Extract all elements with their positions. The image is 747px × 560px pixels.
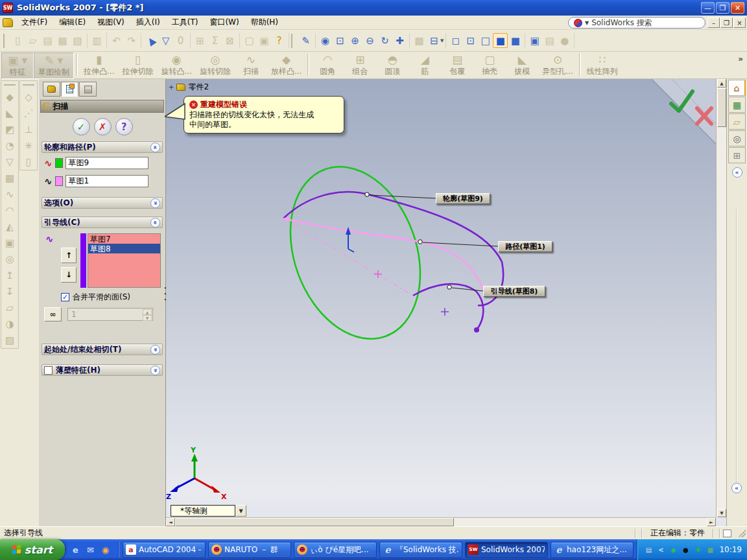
- callout-anchor[interactable]: [447, 285, 451, 289]
- zoom-in-out-icon[interactable]: ⊕: [348, 33, 362, 48]
- menu-h[interactable]: 帮助(H): [245, 15, 284, 30]
- start-button[interactable]: start: [0, 539, 65, 560]
- search-dropdown-icon[interactable]: ▼: [585, 20, 589, 26]
- ok-button[interactable]: ✓: [73, 118, 90, 135]
- selection-filter-icon[interactable]: ▽: [158, 33, 173, 48]
- shadows-in-shaded-icon[interactable]: ▣: [527, 33, 542, 48]
- zoom-to-fit-icon[interactable]: ◉: [318, 33, 333, 48]
- show-sections-button[interactable]: ∞: [44, 307, 62, 321]
- maximize-button[interactable]: ❐: [716, 2, 729, 14]
- zoom-to-area-icon[interactable]: ⊡: [333, 33, 348, 48]
- task-pane-tab-home[interactable]: ⌂: [728, 80, 746, 96]
- guide-curves-listbox[interactable]: 草图7草图8: [88, 233, 161, 288]
- task-pane-collapse-icon[interactable]: «: [732, 167, 742, 178]
- thin-feature-checkbox[interactable]: ✓: [44, 366, 53, 375]
- move-up-button[interactable]: ↑: [61, 248, 77, 263]
- tab-property-manager[interactable]: [61, 82, 78, 97]
- qq-penguin-tray-icon[interactable]: ●: [681, 545, 690, 554]
- section-guide-curves[interactable]: 引导线(C) «: [42, 216, 163, 228]
- callout-path[interactable]: 路径(草图1): [498, 241, 552, 252]
- profile-input[interactable]: 草图9: [65, 157, 148, 169]
- path-input[interactable]: 草图1: [65, 175, 148, 187]
- guide-curve-2[interactable]: [413, 284, 483, 330]
- taskbar-button-5[interactable]: ehao123网址之...: [551, 542, 634, 558]
- scroll-right-icon[interactable]: ►: [707, 518, 716, 526]
- draft-button[interactable]: ◣拔模: [506, 52, 538, 78]
- shaded-icon[interactable]: ■: [508, 33, 523, 48]
- network-tray-icon[interactable]: ▦: [706, 545, 715, 554]
- menu-t[interactable]: 工具(T): [166, 15, 204, 30]
- rib-button[interactable]: ◢筋: [409, 52, 441, 78]
- shaded-with-edges-icon[interactable]: ■: [493, 33, 508, 48]
- edit-color-icon[interactable]: ✎: [298, 33, 313, 48]
- task-pane-tab-palette[interactable]: ⊞: [728, 147, 746, 163]
- internet-explorer-icon[interactable]: e: [70, 544, 81, 555]
- horizontal-scrollbar[interactable]: ◄ ►: [166, 517, 716, 526]
- sw-flyout-icon[interactable]: [3, 18, 13, 27]
- profile-ellipse[interactable]: [268, 148, 443, 357]
- combine-button[interactable]: ⊞组合: [344, 52, 376, 78]
- feature-tree-root[interactable]: + 零件2: [169, 82, 209, 93]
- expand-section-icon[interactable]: «: [150, 198, 160, 208]
- move-down-button[interactable]: ↓: [61, 267, 77, 283]
- hole-wizard-button[interactable]: ⊙异型孔...: [538, 52, 576, 78]
- callout-anchor[interactable]: [418, 240, 422, 244]
- sketch-button[interactable]: ✎ ▾草图绘制: [34, 52, 74, 79]
- taskbar-button-1[interactable]: ☻NARUTO － 群: [208, 542, 291, 558]
- title-bar[interactable]: SW SolidWorks 2007 - [零件2 *] — ❐ ✕: [0, 0, 747, 16]
- scrollbar-thumb[interactable]: [717, 88, 726, 127]
- task-pane-tab-file-explorer[interactable]: ▱: [728, 113, 746, 130]
- toolbar-grip[interactable]: [23, 84, 34, 87]
- zoom-to-selection-icon[interactable]: ⊖: [362, 33, 377, 48]
- model-view[interactable]: Y X Z: [166, 79, 726, 526]
- features-button[interactable]: ▣ ▾特征: [1, 52, 34, 79]
- media-player-icon[interactable]: ◉: [100, 544, 111, 555]
- expand-section-icon[interactable]: «: [150, 366, 160, 375]
- menu-i[interactable]: 插入(I): [130, 15, 166, 30]
- antivirus-shield-tray-icon[interactable]: ◆: [669, 545, 678, 554]
- revolved-boss-button[interactable]: ◉旋转凸...: [157, 52, 195, 78]
- help-button[interactable]: ?: [115, 118, 133, 135]
- pan-icon[interactable]: ✚: [392, 33, 407, 48]
- expand-section-icon[interactable]: «: [150, 345, 160, 355]
- curve-endpoint[interactable]: [474, 327, 479, 332]
- task-pane-tab-search[interactable]: ◎: [728, 130, 746, 146]
- collapse-section-icon[interactable]: «: [150, 218, 160, 228]
- tree-expand-icon[interactable]: +: [169, 84, 174, 91]
- resize-grip[interactable]: [738, 530, 746, 537]
- linear-pattern-button[interactable]: ∷线性阵列: [583, 52, 622, 78]
- collapse-chevron-tray-icon[interactable]: <: [656, 545, 665, 554]
- hidden-lines-visible-icon[interactable]: ⊡: [463, 33, 478, 48]
- view-orientation-box[interactable]: *等轴测 ▼: [171, 505, 246, 517]
- hidden-lines-removed-icon[interactable]: □: [478, 33, 493, 48]
- callout-anchor[interactable]: [365, 192, 369, 196]
- tab-feature-manager[interactable]: [43, 82, 60, 97]
- taskbar-button-4[interactable]: SWSolidWorks 2007 ...: [465, 542, 548, 558]
- section-options[interactable]: 选项(O) «: [42, 197, 163, 209]
- taskbar-button-0[interactable]: aAutoCAD 2004 - ...: [123, 542, 206, 558]
- guide-list-item[interactable]: 草图8: [88, 244, 160, 253]
- document-minimize-button[interactable]: –: [707, 18, 720, 28]
- toolbar-grip[interactable]: [4, 84, 16, 87]
- section-thin-feature[interactable]: ✓ 薄壁特征(H) «: [42, 364, 163, 376]
- document-restore-button[interactable]: ❐: [720, 18, 733, 28]
- section-profile-and-path[interactable]: 轮廓和路径(P) «: [42, 141, 163, 153]
- scroll-down-icon[interactable]: ▼: [717, 509, 726, 517]
- mail-icon[interactable]: ✉: [85, 544, 96, 555]
- menu-e[interactable]: 编辑(E): [53, 15, 91, 30]
- menu-v[interactable]: 视图(V): [91, 15, 130, 30]
- task-pane-collapse-icon-bottom[interactable]: «: [731, 483, 742, 493]
- close-button[interactable]: ✕: [731, 2, 744, 14]
- scrollbar-thumb[interactable]: [175, 518, 454, 526]
- dome-button[interactable]: ◓圆顶: [376, 52, 409, 78]
- rotate-view-icon[interactable]: ↻: [377, 33, 392, 48]
- solidworks-search-box[interactable]: ▼ SolidWorks 搜索: [568, 17, 706, 29]
- graphics-area[interactable]: Y X Z + 零件2 ✕ 重建模型错误 扫描路径的切线变化太快，无法生成 中间…: [166, 79, 726, 526]
- taskbar-button-2[interactable]: ☻ぃò ぴé星期吧...: [294, 542, 377, 558]
- menu-w[interactable]: 窗口(W): [204, 15, 244, 30]
- fillet-button[interactable]: ◠圆角: [311, 52, 344, 78]
- task-pane-tab-design-library[interactable]: ▦: [728, 97, 746, 113]
- updater-tray-icon[interactable]: ✚: [693, 545, 702, 554]
- menu-f[interactable]: 文件(F): [16, 15, 53, 30]
- toolbar-grip[interactable]: [291, 34, 294, 48]
